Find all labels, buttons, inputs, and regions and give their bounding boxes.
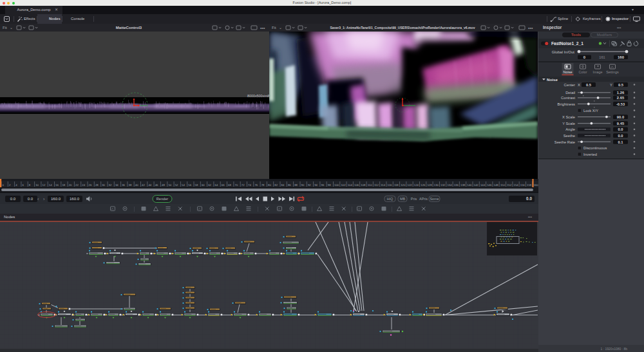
svg-text:Some: Some: [430, 197, 439, 201]
svg-text:2.65: 2.65: [617, 96, 625, 100]
svg-text:68: 68: [228, 183, 231, 187]
svg-text:Settings: Settings: [606, 70, 619, 74]
svg-text:10: 10: [35, 183, 39, 187]
svg-text:128: 128: [427, 183, 432, 187]
svg-text:42: 42: [142, 183, 145, 187]
svg-text:54: 54: [182, 183, 185, 187]
svg-text:FastNoise1_2_1: FastNoise1_2_1: [551, 41, 583, 46]
svg-text:78: 78: [261, 183, 265, 187]
svg-text:110: 110: [368, 183, 372, 187]
svg-text:160: 160: [618, 55, 625, 59]
svg-text:84: 84: [281, 183, 285, 187]
svg-text:104: 104: [348, 183, 353, 187]
svg-text:62: 62: [208, 183, 211, 187]
svg-text:MB: MB: [400, 197, 405, 201]
svg-text:24: 24: [82, 183, 85, 187]
svg-text:160.0: 160.0: [51, 197, 61, 201]
svg-text:90.0: 90.0: [617, 115, 624, 119]
svg-text:40: 40: [135, 183, 138, 187]
svg-text:0.0: 0.0: [618, 127, 623, 131]
svg-text:28: 28: [95, 183, 99, 187]
svg-text:116: 116: [388, 183, 392, 187]
svg-text:48: 48: [162, 183, 165, 187]
svg-text:70: 70: [235, 183, 238, 187]
svg-text:APris: APris: [419, 197, 428, 201]
svg-text:32: 32: [109, 183, 112, 187]
svg-text:Brightness: Brightness: [558, 102, 575, 106]
svg-text:142: 142: [474, 183, 479, 187]
svg-text:34: 34: [115, 183, 118, 187]
svg-text:136: 136: [454, 183, 459, 187]
svg-text:76: 76: [254, 183, 258, 187]
svg-text:X: X: [578, 83, 580, 87]
svg-text:Seethe: Seethe: [564, 134, 575, 138]
svg-text:144: 144: [480, 183, 486, 187]
svg-text:8000x500xint8: 8000x500xint8: [247, 94, 269, 98]
svg-text:82: 82: [274, 183, 278, 187]
svg-text:Inverted: Inverted: [583, 153, 597, 156]
svg-text:9.45: 9.45: [617, 122, 625, 125]
svg-text:20: 20: [69, 183, 72, 187]
svg-text:0.1: 0.1: [618, 140, 623, 144]
svg-text:74: 74: [248, 183, 251, 187]
svg-text:HiQ: HiQ: [387, 197, 393, 201]
svg-text:66: 66: [222, 183, 225, 187]
svg-text:•••: •••: [528, 26, 533, 30]
svg-text:108: 108: [361, 183, 366, 187]
svg-text:Render: Render: [156, 197, 168, 201]
svg-text:Color: Color: [579, 70, 587, 74]
svg-text:Lock X/Y: Lock X/Y: [583, 109, 598, 113]
svg-text:1 : 1920x1080 : 8b: 1 : 1920x1080 : 8b: [601, 347, 628, 351]
svg-text:64: 64: [215, 183, 218, 187]
svg-text:138: 138: [460, 183, 466, 187]
svg-text:156: 156: [520, 183, 526, 187]
svg-text:130: 130: [434, 183, 439, 187]
svg-text:Detail: Detail: [565, 91, 575, 95]
svg-text:114: 114: [381, 183, 385, 187]
svg-text:98: 98: [328, 183, 331, 187]
svg-text:Angle: Angle: [565, 127, 575, 131]
svg-text:Modifiers: Modifiers: [597, 33, 612, 37]
svg-text:132: 132: [440, 183, 446, 187]
svg-text:50: 50: [168, 183, 171, 187]
svg-text:154: 154: [514, 183, 519, 187]
svg-text:58: 58: [195, 183, 198, 187]
svg-text:0.0: 0.0: [28, 197, 33, 201]
svg-text:52: 52: [175, 183, 178, 187]
svg-text:0.5: 0.5: [586, 83, 592, 87]
svg-text:Noise: Noise: [564, 70, 573, 74]
svg-text:•••: •••: [260, 26, 265, 30]
svg-text:X Scale: X Scale: [562, 115, 575, 119]
svg-text:112: 112: [374, 183, 379, 187]
svg-text:100: 100: [334, 183, 339, 187]
svg-text:152: 152: [507, 183, 512, 187]
svg-text:92: 92: [308, 183, 311, 187]
svg-text:146: 146: [487, 183, 492, 187]
svg-text:26: 26: [89, 183, 92, 187]
svg-text:0.0: 0.0: [618, 134, 623, 138]
svg-text:Tools: Tools: [571, 33, 581, 37]
svg-text:160.0: 160.0: [70, 197, 80, 201]
svg-text:‹: ‹: [37, 197, 39, 201]
svg-text:Y: Y: [610, 83, 612, 87]
svg-text:Center: Center: [564, 83, 575, 87]
svg-text:118: 118: [394, 183, 399, 187]
svg-text:12: 12: [43, 183, 46, 187]
svg-text:Image: Image: [593, 70, 603, 74]
svg-text:158: 158: [527, 183, 532, 187]
svg-text:56: 56: [188, 183, 191, 187]
svg-text:148: 148: [494, 183, 499, 187]
svg-text:60: 60: [202, 183, 205, 187]
svg-text:38: 38: [129, 183, 132, 187]
svg-text:94: 94: [314, 183, 317, 187]
svg-text:124: 124: [414, 183, 419, 187]
svg-text:90: 90: [301, 183, 305, 187]
svg-text:Contrast: Contrast: [561, 96, 575, 100]
svg-text:150: 150: [500, 183, 506, 187]
svg-text:80: 80: [268, 183, 271, 187]
svg-text:160: 160: [533, 183, 538, 187]
svg-text:14: 14: [49, 183, 52, 187]
svg-text:120: 120: [401, 183, 406, 187]
svg-text:Y Scale: Y Scale: [562, 122, 575, 125]
svg-text:-0.53: -0.53: [616, 102, 625, 106]
